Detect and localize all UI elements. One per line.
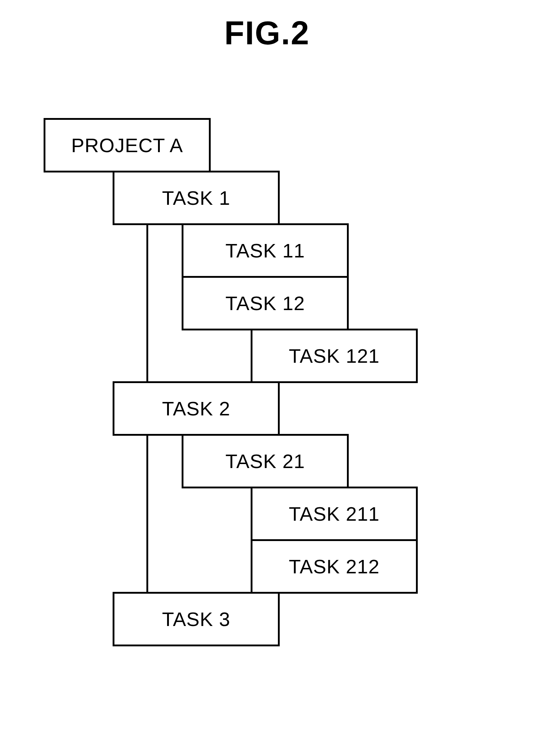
node-project-a: PROJECT A	[44, 118, 211, 172]
node-label: TASK 121	[289, 345, 380, 367]
node-task-21: TASK 21	[182, 434, 349, 488]
node-task-211: TASK 211	[251, 487, 418, 541]
connector-l1-a	[146, 223, 148, 383]
node-task-1: TASK 1	[113, 171, 280, 225]
node-label: PROJECT A	[71, 134, 183, 157]
node-label: TASK 3	[162, 608, 230, 630]
figure-title: FIG.2	[0, 15, 534, 52]
page: FIG.2 PROJECT A TASK 1 TASK 11 TASK 12 T…	[0, 0, 534, 756]
node-label: TASK 12	[225, 292, 305, 314]
node-label: TASK 11	[225, 239, 305, 262]
node-label: TASK 1	[162, 187, 230, 209]
node-task-3: TASK 3	[113, 592, 280, 646]
node-task-121: TASK 121	[251, 329, 418, 383]
node-label: TASK 21	[225, 450, 305, 472]
connector-l1-b	[146, 434, 148, 594]
node-task-12: TASK 12	[182, 276, 349, 330]
node-label: TASK 211	[289, 503, 380, 525]
node-task-11: TASK 11	[182, 223, 349, 278]
node-task-212: TASK 212	[251, 539, 418, 594]
node-label: TASK 2	[162, 397, 230, 420]
node-task-2: TASK 2	[113, 381, 280, 436]
node-label: TASK 212	[289, 555, 380, 578]
